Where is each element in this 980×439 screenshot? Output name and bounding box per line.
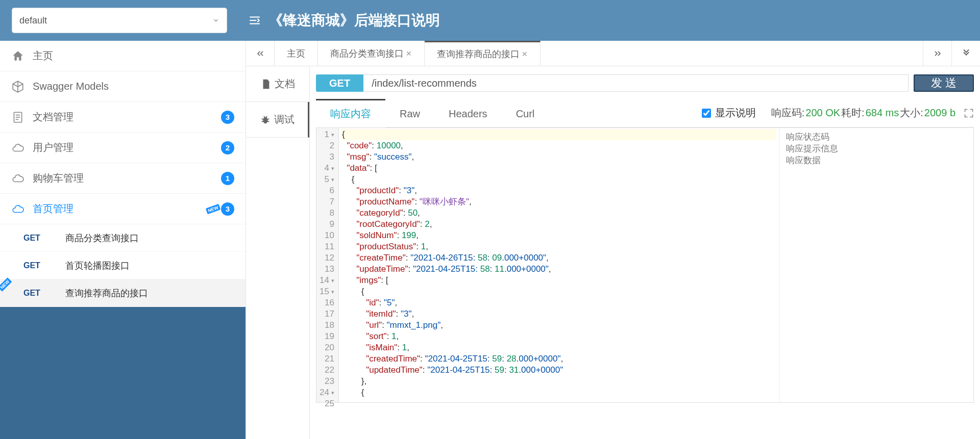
tabs-prev-button[interactable] — [246, 41, 275, 66]
new-badge: NEW — [206, 203, 220, 214]
count-badge: 3 — [221, 202, 234, 216]
api-item[interactable]: GET 商品分类查询接口 — [0, 224, 246, 252]
tab-bar: 主页 商品分类查询接口✕ 查询推荐商品的接口✕ — [246, 41, 980, 66]
response-desc-pane: 响应状态码 响应提示信息 响应数据 — [779, 128, 973, 402]
sidebar-item-index[interactable]: 首页管理 NEW 3 — [0, 194, 246, 224]
svg-line-8 — [261, 119, 263, 119]
line-gutter: 1▾234▾5▾67891011121314▾15▾16171819202122… — [316, 128, 339, 402]
url-input[interactable]: /index/list-recommends — [363, 74, 909, 92]
http-method-pill: GET — [316, 74, 363, 92]
file-icon — [260, 79, 272, 90]
count-badge: 3 — [221, 111, 234, 124]
tab-api-1[interactable]: 商品分类查询接口✕ — [318, 41, 425, 66]
http-method: GET — [23, 289, 47, 298]
sidebar-item-users[interactable]: 用户管理 2 — [0, 133, 246, 163]
sidebar-swagger-models[interactable]: Swagger Models — [0, 71, 246, 102]
tab-label: 查询推荐商品的接口 — [437, 48, 520, 60]
sidebar-item-label: 首页管理 — [33, 202, 74, 216]
view-tab-label: 文档 — [275, 77, 295, 91]
cloud-icon — [11, 202, 24, 216]
api-item[interactable]: GET 首页轮播图接口 — [0, 252, 246, 279]
count-badge: 2 — [221, 141, 234, 154]
show-desc-label: 显示说明 — [715, 106, 756, 120]
tab-label: 主页 — [287, 47, 305, 60]
show-desc-toggle[interactable]: 显示说明 — [702, 106, 756, 120]
spec-select-value: default — [19, 15, 47, 26]
cloud-icon — [11, 172, 24, 185]
close-icon[interactable]: ✕ — [406, 49, 412, 58]
resp-tab-headers[interactable]: Headers — [434, 99, 502, 127]
tabs-menu-button[interactable] — [951, 41, 980, 66]
svg-line-13 — [266, 116, 266, 117]
close-icon[interactable]: ✕ — [522, 50, 528, 58]
count-badge: 1 — [221, 172, 234, 185]
spec-select[interactable]: default — [12, 8, 227, 33]
resp-tab-content[interactable]: 响应内容 — [316, 99, 385, 127]
send-button[interactable]: 发 送 — [914, 74, 974, 92]
response-body[interactable]: { "code": 10000, "msg": "success", "data… — [339, 128, 779, 402]
svg-point-7 — [263, 117, 267, 123]
response-stats: 响应码:200 OK 耗时:684 ms 大小:2009 b — [771, 106, 974, 120]
response-editor: 1▾234▾5▾67891011121314▾15▾16171819202122… — [316, 127, 974, 403]
sidebar-item-label: 购物车管理 — [33, 171, 84, 185]
svg-line-10 — [261, 121, 263, 121]
sidebar-fill — [0, 307, 246, 439]
app-title: 《锋迷商城》后端接口说明 — [268, 11, 440, 30]
resp-tab-raw[interactable]: Raw — [385, 99, 434, 127]
sidebar-home[interactable]: 主页 — [0, 41, 246, 71]
tab-api-2[interactable]: 查询推荐商品的接口✕ — [425, 41, 541, 66]
svg-line-11 — [267, 121, 269, 121]
sidebar-home-label: 主页 — [33, 49, 53, 63]
tab-label: 商品分类查询接口 — [330, 47, 404, 60]
sidebar: 主页 Swagger Models 文档管理 3 用户管理 — [0, 41, 246, 439]
sidebar-item-label: 文档管理 — [33, 110, 74, 124]
view-tabs: 文档 调试 — [246, 66, 310, 439]
cloud-icon — [11, 141, 24, 154]
api-label: 商品分类查询接口 — [65, 232, 139, 244]
document-icon — [11, 111, 24, 124]
sidebar-item-docs[interactable]: 文档管理 3 — [0, 102, 246, 133]
chevron-down-icon — [212, 17, 219, 24]
view-tab-label: 调试 — [274, 113, 295, 126]
home-icon — [11, 49, 24, 63]
menu-toggle-icon[interactable] — [248, 14, 261, 27]
resp-tab-curl[interactable]: Curl — [502, 99, 549, 127]
sidebar-swagger-label: Swagger Models — [33, 81, 109, 92]
tab-home[interactable]: 主页 — [275, 41, 318, 66]
show-desc-checkbox[interactable] — [702, 109, 711, 118]
view-tab-debug[interactable]: 调试 — [246, 102, 309, 138]
view-tab-doc[interactable]: 文档 — [246, 66, 309, 102]
sidebar-item-cart[interactable]: 购物车管理 1 — [0, 163, 246, 194]
expand-icon[interactable] — [964, 108, 974, 118]
cube-icon — [11, 80, 24, 93]
api-label: 查询推荐商品的接口 — [65, 287, 148, 299]
http-method: GET — [23, 261, 47, 270]
http-method: GET — [23, 234, 47, 243]
svg-line-12 — [264, 116, 264, 117]
svg-line-9 — [267, 119, 269, 119]
api-label: 首页轮播图接口 — [65, 260, 130, 272]
api-item[interactable]: GET 查询推荐商品的接口 — [0, 279, 246, 307]
tabs-next-button[interactable] — [923, 41, 951, 66]
bug-icon — [260, 114, 271, 125]
sidebar-item-label: 用户管理 — [33, 141, 74, 154]
